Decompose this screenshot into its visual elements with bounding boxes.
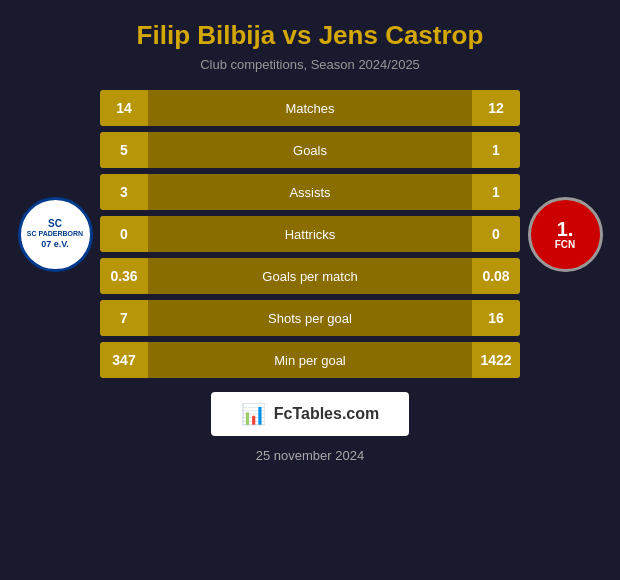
page-wrapper: Filip Bilbija vs Jens Castrop Club compe… [0, 0, 620, 580]
stat-right-value: 12 [472, 90, 520, 126]
stat-left-value: 3 [100, 174, 148, 210]
stat-left-value: 5 [100, 132, 148, 168]
nurnberg-logo: 1. FCN [528, 197, 603, 272]
stat-row: 0.36Goals per match0.08 [100, 258, 520, 294]
stat-label: Goals [148, 132, 472, 168]
stat-row: 14Matches12 [100, 90, 520, 126]
right-team-logo-container: 1. FCN [520, 197, 610, 272]
stat-left-value: 7 [100, 300, 148, 336]
stat-label: Goals per match [148, 258, 472, 294]
stat-left-value: 0.36 [100, 258, 148, 294]
stat-right-value: 16 [472, 300, 520, 336]
stat-label: Matches [148, 90, 472, 126]
stat-label: Min per goal [148, 342, 472, 378]
stat-right-value: 1422 [472, 342, 520, 378]
stat-right-value: 1 [472, 174, 520, 210]
comparison-area: SC SC PADERBORN 07 e.V. 14Matches125Goal… [0, 90, 620, 378]
left-team-logo-container: SC SC PADERBORN 07 e.V. [10, 197, 100, 272]
stat-left-value: 347 [100, 342, 148, 378]
stat-row: 0Hattricks0 [100, 216, 520, 252]
nurnberg-number: 1. [557, 219, 574, 239]
stat-row: 347Min per goal1422 [100, 342, 520, 378]
stat-row: 7Shots per goal16 [100, 300, 520, 336]
paderborn-sc: SC [27, 218, 83, 230]
stat-label: Hattricks [148, 216, 472, 252]
paderborn-logo: SC SC PADERBORN 07 e.V. [18, 197, 93, 272]
stat-right-value: 0.08 [472, 258, 520, 294]
stats-area: 14Matches125Goals13Assists10Hattricks00.… [100, 90, 520, 378]
stat-row: 3Assists1 [100, 174, 520, 210]
date-label: 25 november 2024 [256, 448, 364, 463]
brand-chart-icon: 📊 [241, 402, 266, 426]
stat-row: 5Goals1 [100, 132, 520, 168]
brand-box: 📊 FcTables.com [211, 392, 410, 436]
stat-left-value: 0 [100, 216, 148, 252]
stat-label: Shots per goal [148, 300, 472, 336]
stat-label: Assists [148, 174, 472, 210]
stat-right-value: 1 [472, 132, 520, 168]
nurnberg-abbr: FCN [555, 239, 576, 250]
page-subtitle: Club competitions, Season 2024/2025 [200, 57, 420, 72]
page-title: Filip Bilbija vs Jens Castrop [137, 20, 484, 51]
stat-left-value: 14 [100, 90, 148, 126]
paderborn-year: 07 e.V. [27, 239, 83, 250]
stat-right-value: 0 [472, 216, 520, 252]
paderborn-name: SC PADERBORN [27, 230, 83, 238]
brand-text: FcTables.com [274, 405, 380, 423]
